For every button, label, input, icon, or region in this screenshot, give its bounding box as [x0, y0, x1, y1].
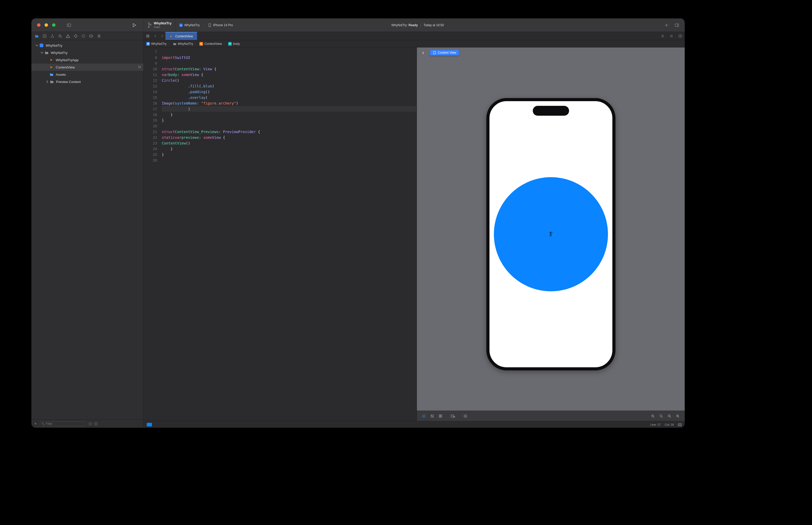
pin-preview-button[interactable]	[419, 49, 427, 56]
assets-icon	[49, 72, 53, 76]
simulator-frame	[486, 98, 615, 371]
toggle-navigator-button[interactable]	[64, 18, 74, 32]
plus-icon	[664, 23, 669, 28]
code-line[interactable]: static var previews: some View {	[162, 135, 417, 140]
recent-filter-icon[interactable]	[88, 422, 92, 426]
code-line[interactable]: ContentView()	[162, 140, 417, 146]
breakpoint-navigator-tab[interactable]	[88, 33, 95, 40]
play-icon	[132, 22, 137, 28]
info-circle-icon	[463, 414, 467, 418]
zoom-window-button[interactable]	[52, 23, 56, 27]
scheme-branch: main	[154, 26, 172, 29]
live-preview-button[interactable]	[420, 413, 427, 419]
related-items-button[interactable]	[144, 32, 152, 40]
code-line[interactable]	[162, 158, 417, 163]
gauge-icon	[81, 34, 86, 38]
code-line[interactable]: struct ContentView_Previews: PreviewProv…	[162, 129, 417, 135]
tree-file-contentview[interactable]: ContentView M	[31, 63, 143, 71]
code-line[interactable]: import SwiftUI	[162, 55, 417, 60]
review-changes-button[interactable]	[658, 32, 667, 40]
library-button[interactable]	[662, 20, 671, 30]
tree-file-app[interactable]: WhyNotTryApp	[31, 56, 143, 63]
selectable-preview-button[interactable]	[429, 413, 435, 419]
nav-forward-button[interactable]	[159, 32, 165, 40]
code-line[interactable]: .overlay(	[162, 95, 417, 100]
minimize-window-button[interactable]	[45, 23, 48, 27]
code-line[interactable]: .padding()	[162, 89, 417, 95]
preview-stage[interactable]	[417, 58, 685, 410]
tree-file-assets[interactable]: Assets	[31, 71, 143, 78]
debug-navigator-tab[interactable]	[80, 33, 87, 40]
issue-navigator-tab[interactable]	[64, 33, 71, 40]
code-line[interactable]: .fill(.blue)	[162, 83, 417, 89]
code-body[interactable]: import SwiftUI struct ContentView: View …	[160, 47, 417, 421]
code-line[interactable]: }	[162, 146, 417, 152]
report-navigator-tab[interactable]	[96, 33, 103, 40]
svg-rect-5	[180, 23, 183, 27]
preview-canvas: Content View	[417, 47, 685, 421]
preview-circle	[494, 177, 608, 291]
toggle-inspectors-button[interactable]	[672, 20, 681, 30]
grid-icon	[146, 34, 150, 38]
add-editor-button[interactable]	[676, 32, 685, 40]
code-line[interactable]	[162, 49, 417, 55]
find-navigator-tab[interactable]	[57, 33, 63, 40]
tree-root[interactable]: WhyNotTry	[31, 42, 143, 49]
test-navigator-tab[interactable]	[72, 33, 79, 40]
tree-group[interactable]: WhyNotTry	[31, 49, 143, 56]
symbol-navigator-tab[interactable]	[49, 33, 56, 40]
line-gutter: 7891011121314151617181920212223242526	[144, 47, 160, 421]
variants-button[interactable]	[437, 413, 444, 419]
scheme-chip[interactable]: WhyNotTry	[179, 23, 200, 27]
code-line[interactable]: Image(systemName: "figure.archery")	[162, 100, 417, 106]
project-navigator-tab[interactable]	[33, 33, 40, 40]
filter-input[interactable]	[46, 422, 85, 426]
add-button[interactable]: ＋	[33, 421, 37, 426]
canvas-toolbar	[417, 410, 685, 421]
code-line[interactable]: Circle()	[162, 78, 417, 83]
code-editor[interactable]: 7891011121314151617181920212223242526 im…	[144, 47, 417, 421]
zoom-out-button[interactable]	[649, 413, 656, 419]
code-line[interactable]	[162, 60, 417, 66]
svg-point-4	[150, 24, 151, 25]
svg-rect-26	[433, 51, 436, 54]
run-button[interactable]	[132, 22, 137, 28]
code-line[interactable]: )	[162, 106, 417, 112]
close-window-button[interactable]	[37, 23, 41, 27]
preview-info-button[interactable]	[462, 413, 469, 419]
chevron-right-icon: 〉	[202, 23, 205, 27]
zoom-actual-button[interactable]	[666, 413, 673, 419]
adjust-editor-options-button[interactable]	[667, 32, 676, 40]
scheme-selector[interactable]: WhyNotTry main	[144, 18, 175, 32]
xcode-window: WhyNotTry main WhyNotTry 〉 iPhone 14 Pro…	[31, 18, 685, 428]
breakpoint-tag-icon	[89, 34, 93, 38]
figure-archery-icon	[549, 231, 553, 237]
breakpoint-toggle[interactable]	[147, 423, 152, 426]
code-line[interactable]: }	[162, 112, 417, 118]
preview-selector-chip[interactable]: Content View	[430, 50, 459, 56]
toggle-debug-area-icon[interactable]	[678, 423, 681, 426]
nav-back-button[interactable]	[152, 32, 159, 40]
zoom-fit-button[interactable]	[658, 413, 664, 419]
jump-bar[interactable]: ⌘WhyNotTry 〉 WhyNotTry 〉 SContentView 〉 …	[144, 40, 685, 47]
editor-tab-contentview[interactable]: ContentView	[165, 32, 197, 40]
scm-filter-icon[interactable]	[94, 422, 98, 426]
svg-point-35	[454, 416, 455, 417]
code-line[interactable]	[162, 123, 417, 129]
filter-input-wrapper[interactable]	[40, 421, 86, 426]
code-line[interactable]: }	[162, 118, 417, 123]
zoom-in-button[interactable]	[674, 413, 681, 419]
code-line[interactable]: var body: some View {	[162, 72, 417, 78]
device-settings-button[interactable]	[449, 413, 456, 419]
code-line[interactable]: }	[162, 152, 417, 158]
run-destination-chip[interactable]: iPhone 14 Pro	[208, 23, 233, 27]
tree-group-preview[interactable]: Preview Content	[31, 78, 143, 85]
source-control-navigator-tab[interactable]	[41, 33, 48, 40]
branch-icon	[148, 21, 152, 29]
iphone-icon	[208, 23, 212, 27]
split-add-icon	[678, 34, 683, 38]
code-line[interactable]: struct ContentView: View {	[162, 66, 417, 72]
folder-icon	[50, 80, 54, 84]
crumb-label: WhyNotTry	[151, 42, 167, 46]
zoom-out-icon	[651, 414, 655, 418]
